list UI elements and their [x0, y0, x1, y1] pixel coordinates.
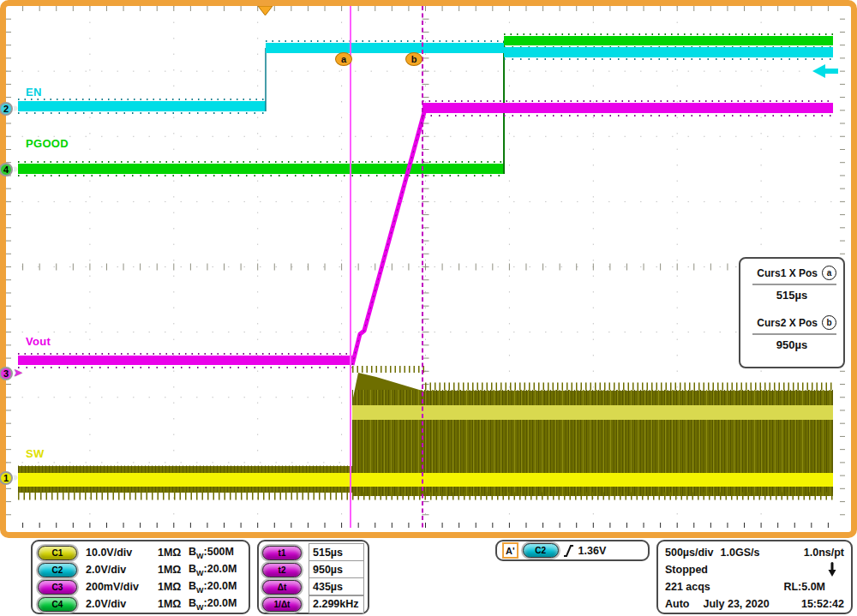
trigger-panel: A' C2 1.36V	[495, 540, 650, 561]
channel-marker-c1-arrow: ›	[14, 471, 17, 483]
trigger-indicator-icon	[827, 562, 837, 577]
c2-scale: 2.0V/div	[86, 564, 158, 576]
trace-label-pgood: PGOOD	[26, 137, 69, 150]
delta-t-value: 435µs	[309, 577, 364, 595]
sample-rate: 1.0GS/s	[721, 547, 760, 559]
divider	[752, 333, 836, 335]
trigger-level: 1.36V	[578, 545, 607, 557]
trace-sw	[18, 369, 833, 496]
c3-scale: 200mV/div	[86, 581, 158, 593]
c3-impedance: 1MΩ	[158, 581, 189, 593]
trace-label-sw: SW	[26, 447, 45, 460]
trace-label-vout: Vout	[26, 335, 51, 348]
channel-c2-button[interactable]: C2	[38, 563, 77, 577]
channel-marker-c4-arrow: ›	[14, 163, 17, 175]
c2-bandwidth: BW:20.0M	[189, 563, 237, 577]
horizontal-acquisition-panel: 500µs/div 1.0GS/s 1.0ns/pt Stopped 221 a…	[656, 540, 853, 614]
c1-scale: 10.0V/div	[86, 547, 158, 559]
curs1-badge: a	[822, 266, 836, 280]
c1-impedance: 1MΩ	[158, 547, 189, 559]
trace-vout	[18, 101, 833, 368]
c4-impedance: 1MΩ	[158, 598, 189, 610]
trigger-mode: Auto	[665, 598, 689, 610]
curs2-badge: b	[822, 315, 836, 330]
cursor-a-bubble[interactable]: a	[335, 52, 352, 66]
c4-bandwidth: BW:20.0M	[189, 597, 237, 612]
acquisition-count: 221 acqs	[665, 581, 710, 593]
sample-period: 1.0ns/pt	[804, 547, 844, 559]
trigger-source-button[interactable]: C2	[523, 543, 559, 558]
trigger-level-icon[interactable]	[812, 64, 838, 78]
c1-bandwidth: BW:500M	[189, 546, 234, 560]
divider	[752, 284, 836, 285]
trigger-position-icon[interactable]	[258, 6, 273, 15]
inverse-delta-t-button[interactable]: 1/Δt	[262, 597, 302, 612]
channel-marker-c2-arrow: ›	[14, 102, 17, 114]
delta-t-button[interactable]: Δt	[262, 580, 302, 595]
c2-impedance: 1MΩ	[158, 564, 189, 576]
graticule-frame: EN PGOOD Vout SW 2 › 4 › 3 ➤ 1 › a b Cur…	[0, 0, 857, 538]
cursor-b-bubble[interactable]: b	[405, 52, 423, 66]
trigger-a-badge[interactable]: A'	[502, 542, 518, 559]
channel-c4-button[interactable]: C4	[38, 597, 77, 612]
record-length: RL:5.0M	[783, 581, 825, 593]
curs2-x-pos-label: Curs2 X Pos	[757, 317, 818, 329]
curs2-x-pos-value: 950µs	[747, 338, 836, 351]
t2-value[interactable]: 950µs	[309, 560, 364, 578]
rising-edge-icon	[563, 544, 574, 558]
channel-settings-panel: C1 10.0V/div 1MΩ BW:500M C2 2.0V/div 1MΩ…	[31, 540, 250, 614]
channel-marker-c3-arrow: ➤	[14, 367, 22, 379]
t2-button[interactable]: t2	[262, 563, 302, 577]
cursor-times-panel: t1 515µs t2 950µs Δt 435µs 1/Δt 2.299kHz	[257, 540, 369, 614]
timebase: 500µs/div	[665, 547, 714, 559]
curs1-x-pos-value: 515µs	[747, 289, 836, 302]
c3-bandwidth: BW:20.0M	[189, 580, 237, 595]
t1-button[interactable]: t1	[262, 546, 302, 560]
waveform-display	[6, 6, 845, 528]
channel-c1-button[interactable]: C1	[38, 546, 77, 560]
trace-label-en: EN	[26, 86, 42, 99]
time: 15:52:42	[801, 598, 844, 610]
acquisition-status: Stopped	[665, 564, 708, 576]
inverse-delta-t-value: 2.299kHz	[309, 595, 364, 613]
oscilloscope-screen: EN PGOOD Vout SW 2 › 4 › 3 ➤ 1 › a b Cur…	[0, 0, 857, 616]
curs1-x-pos-label: Curs1 X Pos	[757, 267, 818, 279]
c4-scale: 2.0V/div	[86, 598, 158, 610]
channel-c3-button[interactable]: C3	[38, 580, 77, 595]
t1-value[interactable]: 515µs	[309, 543, 364, 561]
cursor-readout-panel: Curs1 X Pos a 515µs Curs2 X Pos b 950µs	[739, 257, 845, 368]
date: July 23, 2020	[703, 598, 769, 610]
